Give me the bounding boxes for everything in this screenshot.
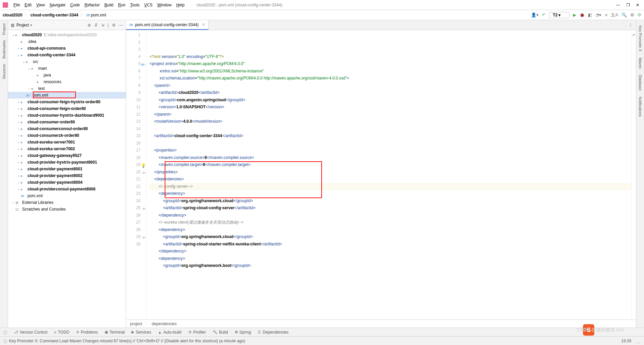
side-tool-key-promoter-x[interactable]: Key Promoter X (638, 25, 642, 52)
tree-item[interactable]: ⌄▸main (8, 65, 126, 72)
tree-item[interactable]: ›▸cloud-provider-payment8001 (8, 166, 126, 172)
tool-problems[interactable]: ⊘Problems (76, 330, 98, 335)
tool-todo[interactable]: ≡TODO (54, 330, 69, 335)
tab-title: pom.xml (cloud-config-center-3344) (135, 22, 199, 27)
translate-icon[interactable]: 文A (611, 12, 618, 18)
tree-item[interactable]: ›▸cloud-gateway-gateway9527 (8, 152, 126, 159)
menu-build[interactable]: Build (102, 2, 115, 8)
side-tool-maven[interactable]: Maven (638, 58, 642, 69)
check-icon: ✔ (632, 32, 636, 39)
breadcrumb-item[interactable]: cloud2020 (3, 13, 22, 17)
back-arrow-icon[interactable]: ↶ (542, 12, 546, 17)
side-tool-structure[interactable]: Structure (2, 64, 6, 79)
tree-item[interactable]: mpom.xml (8, 192, 126, 199)
tool-terminal[interactable]: ▣Terminal (105, 330, 125, 335)
menu-refactor[interactable]: Refactor (83, 2, 102, 8)
tree-item[interactable]: ›▸cloud-provider-hystrix-payment8001 (8, 159, 126, 166)
dropdown-icon[interactable]: ▾ (30, 23, 32, 27)
menu-code[interactable]: Code (68, 2, 82, 8)
tree-item[interactable]: ›▸cloud-provider-payment8004 (8, 179, 126, 186)
tool-window-icon[interactable]: ▢ (3, 330, 7, 335)
menu-help[interactable]: Help (174, 2, 186, 8)
tree-item[interactable]: ›▸cloud-consumer-order80 (8, 119, 126, 125)
tree-item[interactable]: ⌄▸src (8, 58, 126, 65)
tab-menu-icon[interactable]: ⋮ (625, 23, 636, 27)
menu-run[interactable]: Run (116, 2, 127, 8)
tool-build[interactable]: 🔨Build (213, 330, 228, 335)
run-config-selector[interactable]: T2 ▾ (549, 12, 570, 18)
coverage-button[interactable]: ◧ (588, 12, 592, 17)
collapse-all-icon[interactable]: ⇲ (101, 23, 104, 27)
tree-item[interactable]: ⌄▸cloud-config-center-3344 (8, 52, 126, 58)
project-tree[interactable]: ⌄▸cloud2020E:\idea-workspace\cloud2020▸.… (8, 30, 126, 328)
code-editor[interactable]: 12345m↑678910111213141516171819💡20o↑2122… (126, 30, 636, 320)
menu-file[interactable]: File (11, 2, 22, 8)
title-bar: FileEditViewNavigateCodeRefactorBuildRun… (0, 0, 644, 10)
tool-auto-build[interactable]: ▲Auto-build (158, 330, 181, 335)
menu-edit[interactable]: Edit (22, 2, 34, 8)
tool-dependencies[interactable]: ☰Dependencies (258, 330, 288, 335)
tool-profiler[interactable]: ◔Profiler (188, 330, 206, 335)
status-extra: ⎯⎯ (636, 339, 641, 343)
menu-window[interactable]: Window (155, 2, 174, 8)
tool-spring[interactable]: ✿Spring (235, 330, 251, 335)
editor-tab[interactable]: m pom.xml (cloud-config-center-3344) ✕ (126, 20, 209, 30)
close-button[interactable]: ✕ (636, 3, 639, 7)
toolbar-right: 👤▾ ↶ T2 ▾ ▶ 🐞 ◧ ◔▾ ■ 文A 🔍 ⚙ ⟳ (531, 12, 641, 18)
tool-services[interactable]: ▶Services (131, 330, 151, 335)
search-icon[interactable]: 🔍 (622, 12, 627, 17)
tree-item[interactable]: ›▸cloud-eureka-server7002 (8, 146, 126, 152)
tree-item[interactable]: ›▸cloud-providerconsul-payment8006 (8, 186, 126, 192)
status-message: Key Promoter X: Command Load Maven Chang… (9, 339, 245, 343)
project-icon: ▦ (11, 23, 14, 27)
profile-button[interactable]: ◔▾ (595, 12, 601, 17)
breadcrumb-item[interactable]: mpom.xml (86, 13, 106, 17)
run-button[interactable]: ▶ (573, 12, 576, 17)
tree-item[interactable]: ›▸cloud-consumerconsul-order80 (8, 125, 126, 132)
tree-item[interactable]: ⊡Scratches and Consoles (8, 206, 126, 213)
side-tool-database[interactable]: Database (638, 75, 642, 91)
tree-item[interactable]: ›▸cloud-provider-payment8002 (8, 172, 126, 179)
select-opened-icon[interactable]: ⊕ (88, 23, 91, 27)
hide-icon[interactable]: — (119, 23, 123, 27)
tree-item[interactable]: ⌄▸cloud2020E:\idea-workspace\cloud2020 (8, 32, 126, 38)
left-tool-stripe: ProjectBookmarksStructure (0, 20, 8, 328)
tree-item[interactable]: ›▸cloud-eureka-server7001 (8, 139, 126, 146)
side-tool-notifications[interactable]: Notifications (638, 97, 642, 117)
error-stripe[interactable]: ✔ (631, 30, 636, 320)
menu-tools[interactable]: Tools (128, 2, 142, 8)
debug-button[interactable]: 🐞 (580, 13, 585, 17)
project-tool-window: ▦ Project ▾ ⊕ ⇵ ⇲ | ⚙ — ⌄▸cloud2020E:\id… (8, 20, 126, 328)
tree-item[interactable]: ▸resources (8, 78, 126, 85)
tree-item[interactable]: ›▸cloud-consumerzk-order80 (8, 132, 126, 139)
close-tab-icon[interactable]: ✕ (202, 22, 205, 27)
crumb-item[interactable]: dependencies (152, 322, 177, 326)
side-tool-project[interactable]: Project (2, 23, 6, 35)
tree-item[interactable]: ›⊞External Libraries (8, 199, 126, 206)
crumb-item[interactable]: project (130, 322, 142, 326)
tree-item[interactable]: ›▸cloud-consumer-feign-hystrix-order80 (8, 99, 126, 105)
tree-item[interactable]: mpom.xml (8, 92, 126, 99)
tree-item[interactable]: ▸.idea (8, 38, 126, 45)
users-icon[interactable]: 👤▾ (531, 12, 539, 17)
tool-version-control[interactable]: ⎇Version Control (14, 330, 47, 335)
breadcrumb-item[interactable]: cloud-config-center-3344 (31, 13, 78, 17)
settings-icon[interactable]: ⚙ (630, 12, 634, 17)
expand-all-icon[interactable]: ⇵ (94, 23, 98, 27)
menu-view[interactable]: View (34, 2, 47, 8)
tree-item[interactable]: ›▸cloud-consumer-feign-order80 (8, 105, 126, 112)
maximize-button[interactable]: ❐ (626, 3, 630, 7)
side-tool-bookmarks[interactable]: Bookmarks (2, 40, 6, 59)
settings-icon[interactable]: ⚙ (112, 23, 116, 27)
sync-icon[interactable]: ⟳ (638, 12, 641, 17)
menu-vcs[interactable]: VCS (142, 2, 155, 8)
minimize-button[interactable]: — (616, 3, 620, 7)
tree-item[interactable]: ›▸cloud-api-commons (8, 45, 126, 52)
tree-item[interactable]: ▸java (8, 72, 126, 78)
stop-button[interactable]: ■ (605, 12, 607, 17)
menu-navigate[interactable]: Navigate (48, 2, 67, 8)
tree-item[interactable]: ›▸cloud-consumer-hystrix-dashboard9001 (8, 112, 126, 119)
bulb-icon[interactable]: 💡 (141, 162, 146, 170)
tree-item[interactable]: ›▸test (8, 85, 126, 92)
code-content[interactable]: <?xml version="1.0" encoding="UTF-8"?><p… (146, 30, 631, 320)
